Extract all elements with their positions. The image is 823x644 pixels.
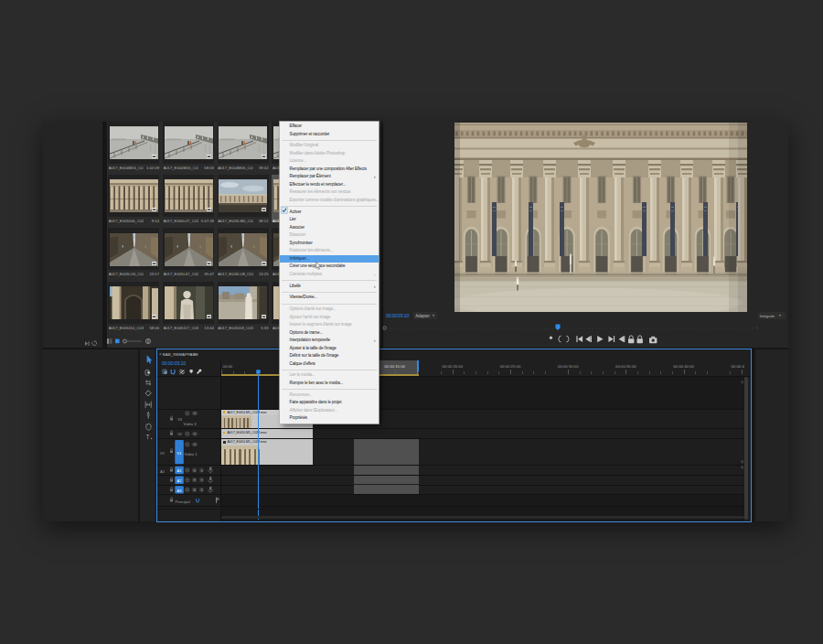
svg-text:T: T xyxy=(145,434,149,440)
svg-text:A2: A2 xyxy=(177,478,183,483)
svg-text:V1: V1 xyxy=(160,451,166,456)
svg-text:M: M xyxy=(193,478,196,482)
svg-text:Principal: Principal xyxy=(176,499,190,504)
svg-text:Vidéo 3: Vidéo 3 xyxy=(184,422,198,426)
svg-text:V2: V2 xyxy=(177,432,183,436)
svg-text:A3: A3 xyxy=(177,488,183,493)
svg-text:A1: A1 xyxy=(160,469,166,474)
svg-text:A1: A1 xyxy=(177,468,183,473)
svg-text:V3: V3 xyxy=(177,417,183,422)
svg-text:M: M xyxy=(193,488,196,492)
svg-text:Vidéo 1: Vidéo 1 xyxy=(185,452,198,456)
svg-text:V1: V1 xyxy=(177,451,183,456)
svg-text:M: M xyxy=(193,469,196,473)
